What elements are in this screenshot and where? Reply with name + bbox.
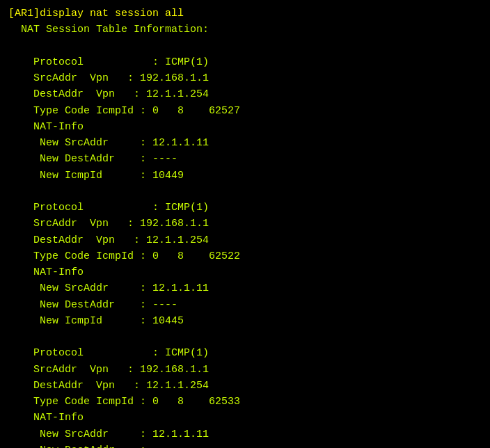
session-1-srcaddr: SrcAddr Vpn : 192.168.1.1 <box>8 70 482 86</box>
session-1-newdest: New DestAddr : ---- <box>8 151 482 167</box>
terminal-window: [AR1]display nat session all NAT Session… <box>8 6 482 442</box>
blank-3 <box>8 329 482 345</box>
session-3-srcaddr: SrcAddr Vpn : 192.168.1.1 <box>8 362 482 378</box>
session-1: Protocol : ICMP(1) SrcAddr Vpn : 192.168… <box>8 54 482 184</box>
header-line: NAT Session Table Information: <box>8 22 482 38</box>
session-2-srcaddr: SrcAddr Vpn : 192.168.1.1 <box>8 216 482 232</box>
session-1-protocol: Protocol : ICMP(1) <box>8 54 482 70</box>
session-2-natinfo: NAT-Info <box>8 264 482 280</box>
session-3: Protocol : ICMP(1) SrcAddr Vpn : 192.168… <box>8 345 482 448</box>
session-2-destaddr: DestAddr Vpn : 12.1.1.254 <box>8 232 482 248</box>
session-2-newsrc: New SrcAddr : 12.1.1.11 <box>8 280 482 296</box>
session-3-newsrc: New SrcAddr : 12.1.1.11 <box>8 426 482 442</box>
session-3-natinfo: NAT-Info <box>8 410 482 426</box>
session-2: Protocol : ICMP(1) SrcAddr Vpn : 192.168… <box>8 200 482 329</box>
session-2-newicmp: New IcmpId : 10445 <box>8 313 482 329</box>
session-2-protocol: Protocol : ICMP(1) <box>8 200 482 216</box>
command-line: [AR1]display nat session all <box>8 6 482 22</box>
session-1-newsrc: New SrcAddr : 12.1.1.11 <box>8 135 482 151</box>
session-1-typecode: Type Code IcmpId : 0 8 62527 <box>8 103 482 119</box>
session-2-newdest: New DestAddr : ---- <box>8 297 482 313</box>
session-1-destaddr: DestAddr Vpn : 12.1.1.254 <box>8 86 482 102</box>
session-1-newicmp: New IcmpId : 10449 <box>8 168 482 184</box>
session-3-newdest: New DestAddr : ---- <box>8 442 482 448</box>
session-3-typecode: Type Code IcmpId : 0 8 62533 <box>8 394 482 410</box>
session-2-typecode: Type Code IcmpId : 0 8 62522 <box>8 248 482 264</box>
session-3-destaddr: DestAddr Vpn : 12.1.1.254 <box>8 378 482 394</box>
blank-1 <box>8 38 482 54</box>
session-3-protocol: Protocol : ICMP(1) <box>8 345 482 361</box>
session-1-natinfo: NAT-Info <box>8 119 482 135</box>
blank-2 <box>8 184 482 200</box>
